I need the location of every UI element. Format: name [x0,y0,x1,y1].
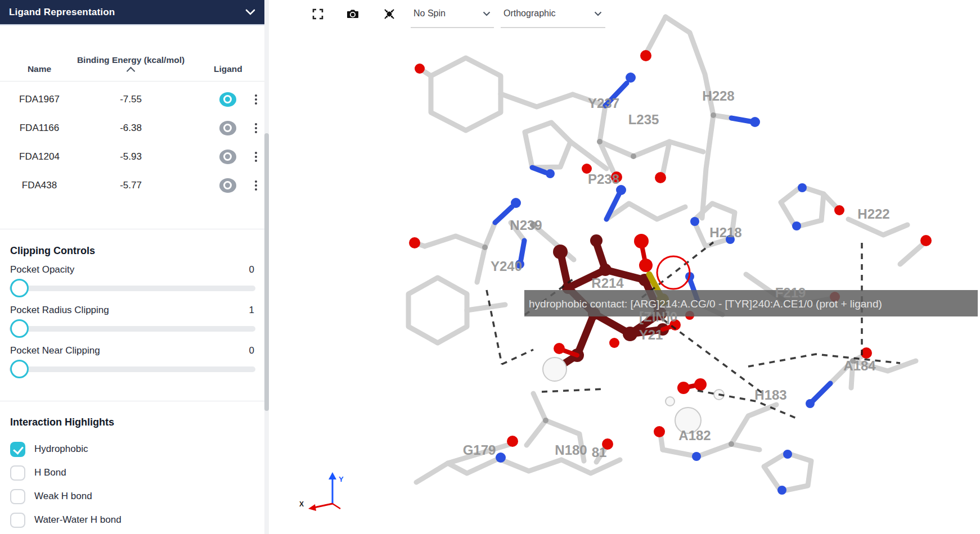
residue-label: H218 [709,225,741,240]
molecule-scene[interactable]: Y237L235H228P238N239H218H222Y240R214F219… [269,0,980,534]
oxygen-atoms [409,50,932,450]
slider-value: 0 [249,264,254,275]
interaction-options: HydrophobicH BondWeak H bondWater-Water … [0,437,264,532]
sidebar-scrollbar-thumb[interactable] [264,133,269,411]
chevron-down-icon[interactable] [245,9,255,15]
projection-select-value: Orthographic [504,8,556,19]
spin-select[interactable]: No Spin [411,0,494,28]
ligand-row: FDA1166-6.38 [0,114,264,142]
ligand-table-rows: FDA1967-7.55FDA1166-6.38FDA1204-5.93FDA4… [0,85,264,200]
highlight-circle-annotation [657,256,690,289]
ligand-name: FDA1967 [0,94,79,105]
contact-tooltip-text: hydrophobic contact: [ARG]214:A.CG/0 - [… [529,298,882,310]
binding-energy-value: -5.93 [79,151,183,162]
ligand-row: FDA438-5.77 [0,171,264,200]
binding-energy-value: -6.38 [79,123,183,134]
ligand-name: FDA438 [0,180,79,191]
ligand-name: FDA1166 [0,123,79,134]
panel-header[interactable]: Ligand Representation [0,0,264,25]
screenshot-button[interactable] [344,6,361,22]
slider-track[interactable] [9,326,255,332]
slider-label: Pocket Near Clipping [10,345,100,356]
slider-value: 0 [249,345,254,356]
center-view-button[interactable] [381,6,398,22]
kebab-menu-icon[interactable] [242,180,264,191]
checkbox-water-water-h-bond[interactable] [10,513,25,528]
molecular-viewer[interactable]: Y237L235H228P238N239H218H222Y240R214F219… [269,0,980,534]
spin-select-value: No Spin [413,8,446,19]
column-binding-energy[interactable]: Binding Energy (kcal/mol) [79,55,183,74]
residue-label: G179 [463,442,496,458]
residue-label: N239 [510,218,542,233]
residue-label: H228 [702,88,734,103]
residue-label: Y21 [639,327,663,342]
kebab-menu-icon[interactable] [242,123,264,133]
clipping-slider: Pocket Opacity0 [0,264,264,298]
protein-sticks [408,17,923,491]
checkbox-label: Weak H bond [34,491,92,502]
residue-label: [ZIN]0 [639,309,677,324]
interaction-option: Weak H bond [0,485,264,508]
slider-label: Pocket Opacity [10,264,74,275]
eye-icon[interactable] [219,121,236,135]
checkbox-h-bond[interactable] [10,465,25,481]
divider [0,229,264,229]
checkbox-hydrophobic[interactable] [10,442,25,457]
interaction-option: Hydrophobic [0,437,264,461]
column-name: Name [0,64,79,74]
fullscreen-icon [311,7,325,21]
slider-track[interactable] [9,286,255,291]
column-binding-energy-label: Binding Energy (kcal/mol) [77,55,185,65]
binding-energy-value: -5.77 [79,180,183,191]
checkbox-label: Water-Water H bond [34,514,122,526]
kebab-menu-icon[interactable] [242,94,264,105]
residue-label: 81 [592,445,607,460]
center-focus-icon [383,7,396,21]
app: Ligand Representation Name Binding Energ… [0,0,980,534]
checkbox-weak-h-bond[interactable] [10,489,25,504]
residue-label: L235 [628,112,659,127]
residue-label: H222 [857,206,889,221]
residue-label: Y237 [588,96,619,111]
eye-icon[interactable] [219,178,236,193]
residue-label: A182 [678,428,711,443]
chevron-down-icon [483,11,491,16]
fullscreen-button[interactable] [309,6,326,22]
ligand-name: FDA1204 [0,151,79,162]
interaction-option: H Bond [0,461,264,485]
residue-label: N180 [555,442,587,458]
residue-label: A184 [843,358,876,373]
chevron-down-icon [594,11,602,16]
y-axis-label: Y [339,475,344,483]
eye-icon[interactable] [219,92,236,107]
binding-energy-value: -7.55 [79,94,183,105]
water-molecules [543,357,724,433]
interaction-dashed-lines [487,242,900,419]
slider-value: 1 [249,305,254,316]
projection-select[interactable]: Orthographic [501,0,605,28]
clipping-controls-heading: Clipping Controls [10,245,264,257]
clipping-sliders: Pocket Opacity0Pocket Radius Clipping1Po… [0,264,264,379]
residue-label: R214 [591,275,624,291]
ligand-row: FDA1204-5.93 [0,142,264,171]
slider-thumb[interactable] [10,279,29,297]
residue-label: P238 [588,171,619,187]
slider-thumb[interactable] [10,360,29,378]
column-ligand: Ligand [183,64,242,74]
kebab-menu-icon[interactable] [242,152,264,162]
axes-gizmo: Y X [299,472,344,511]
clipping-slider: Pocket Near Clipping0 [0,345,264,379]
checkbox-label: Hydrophobic [34,444,88,455]
ligand-row: FDA1967-7.55 [0,85,264,114]
checkbox-label: H Bond [34,467,66,478]
ligand-representation-panel: Ligand Representation Name Binding Energ… [0,0,264,534]
ligand-table-header: Name Binding Energy (kcal/mol) Ligand [0,25,264,82]
slider-thumb[interactable] [10,319,29,338]
interaction-highlights-heading: Interaction Highlights [10,417,264,428]
x-axis-label: X [299,500,304,508]
panel-title: Ligand Representation [9,7,115,18]
eye-icon[interactable] [219,150,236,164]
slider-track[interactable] [9,366,255,372]
clipping-slider: Pocket Radius Clipping1 [0,305,264,338]
interaction-option: Water-Water H bond [0,508,264,532]
